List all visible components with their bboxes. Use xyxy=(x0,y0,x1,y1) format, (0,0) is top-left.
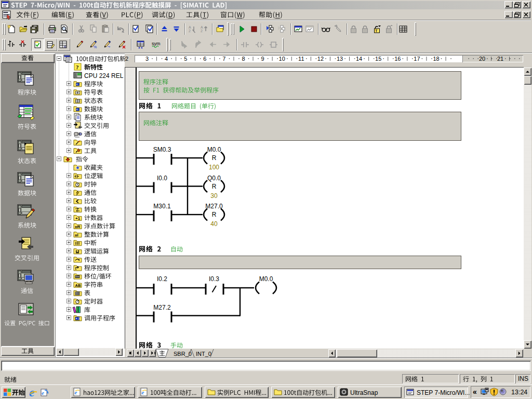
svg-text:2: 2 xyxy=(201,29,203,33)
svg-text:sym: sym xyxy=(152,41,161,46)
svg-text:2: 2 xyxy=(189,29,191,33)
svg-text:%: % xyxy=(94,45,97,49)
svg-text:A: A xyxy=(189,25,191,29)
svg-text:T: T xyxy=(375,29,377,33)
svg-text:A: A xyxy=(201,25,203,29)
svg-text:~: ~ xyxy=(108,44,110,49)
